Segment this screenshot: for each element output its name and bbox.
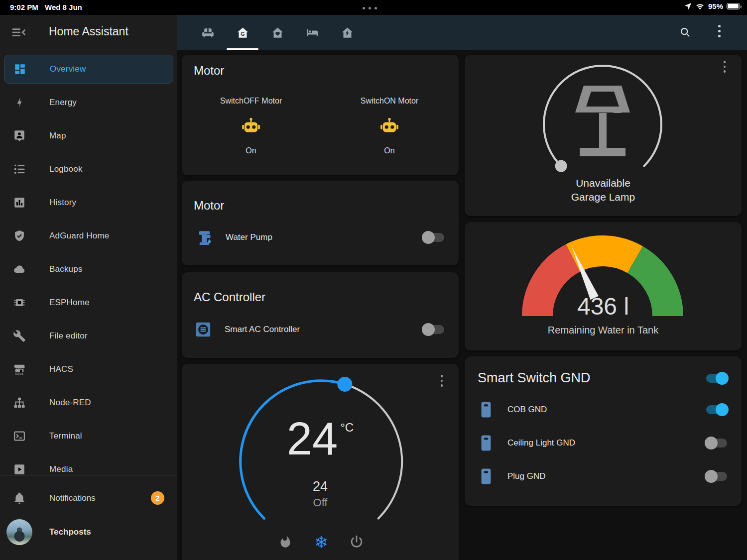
ac-toggle[interactable]	[422, 323, 446, 336]
card-title: Motor	[194, 64, 224, 78]
bell-icon	[13, 492, 26, 505]
entity-switchon-motor[interactable]: SwitchON Motor On	[320, 97, 459, 155]
target-temperature: 24	[182, 479, 459, 494]
account-location-icon	[13, 129, 26, 142]
battery-icon	[727, 3, 740, 9]
robot-icon[interactable]	[241, 116, 261, 137]
clock-time: 9:02 PM	[10, 3, 38, 11]
entity-cob-gnd: COB GND	[465, 393, 742, 426]
tab-living-room[interactable]	[190, 15, 225, 50]
sidebar-item-nodered[interactable]: Node-RED	[4, 388, 173, 417]
lightning-bolt-icon	[13, 96, 26, 109]
sidebar: Home Assistant Overview Energy Map Logbo…	[0, 15, 177, 560]
ceiling-light-gnd-toggle[interactable]	[705, 437, 729, 449]
entity-name: Water Pump	[226, 232, 272, 242]
sidebar-item-notifications[interactable]: Notifications 2	[0, 484, 177, 513]
sidebar-item-logbook[interactable]: Logbook	[4, 155, 173, 184]
location-arrow-icon	[684, 2, 692, 10]
bed-icon	[306, 26, 319, 39]
gnd-master-toggle[interactable]	[705, 372, 729, 385]
svg-text:G: G	[241, 31, 245, 36]
card-motor-glance: Motor SwitchOFF Motor On SwitchON Motor …	[182, 55, 459, 175]
hvac-state: Off	[182, 496, 459, 509]
switch-module-icon[interactable]	[478, 434, 495, 452]
search-icon[interactable]	[679, 26, 692, 39]
menu-open-icon[interactable]	[11, 24, 27, 40]
cob-gnd-toggle[interactable]	[705, 403, 729, 416]
battery-percent: 95%	[708, 2, 723, 10]
card-garage-lamp: Unavailable Garage Lamp	[465, 55, 742, 216]
dashboard-view: Motor SwitchOFF Motor On SwitchON Motor …	[177, 50, 747, 560]
dial-handle[interactable]	[555, 160, 567, 172]
lamp-state: Unavailable	[465, 177, 742, 189]
plug-gnd-toggle[interactable]	[705, 470, 729, 483]
sidebar-item-overview[interactable]: Overview	[4, 55, 173, 84]
tab-master-bedroom[interactable]	[260, 15, 295, 50]
storefront-icon: HACS	[13, 363, 26, 376]
water-pump-toggle[interactable]	[422, 231, 446, 244]
media-box-icon	[13, 463, 26, 475]
clock-date: Wed 8 Jun	[45, 3, 82, 11]
dial-handle[interactable]	[337, 377, 352, 392]
tab-bedroom[interactable]	[295, 15, 330, 50]
list-icon	[13, 163, 26, 176]
cloud-icon	[13, 263, 26, 276]
switch-module-icon[interactable]	[478, 401, 495, 419]
sidebar-item-map[interactable]: Map	[4, 121, 173, 150]
temperature-unit: °C	[340, 421, 354, 434]
sidebar-item-backups[interactable]: Backups	[4, 255, 173, 284]
wrench-icon	[13, 330, 26, 342]
robot-icon[interactable]	[379, 116, 400, 137]
entity-ceiling-light-gnd: Ceiling Light GND	[465, 426, 742, 459]
card-ac-controller: AC Controller Smart AC Controller	[182, 272, 459, 358]
ios-status-bar: 9:02 PM Wed 8 Jun 95%	[0, 0, 747, 15]
lamp-name: Garage Lamp	[465, 191, 742, 203]
chart-box-icon	[13, 196, 26, 209]
entity-plug-gnd: Plug GND	[465, 459, 742, 493]
view-dashboard-icon	[13, 63, 26, 76]
svg-text:HACS: HACS	[15, 372, 23, 375]
cool-mode-icon[interactable]: ❄	[313, 534, 330, 551]
multitasking-dots-icon[interactable]	[363, 7, 377, 9]
water-pump-icon[interactable]	[195, 228, 213, 246]
sidebar-item-file-editor[interactable]: File editor	[4, 322, 173, 350]
sitemap-icon	[13, 396, 26, 409]
air-conditioner-icon[interactable]	[195, 321, 212, 338]
sidebar-item-adguard[interactable]: AdGuard Home	[4, 222, 173, 250]
notification-badge: 2	[151, 491, 164, 505]
heat-mode-icon[interactable]	[277, 534, 294, 551]
sidebar-item-profile[interactable]: Techposts	[0, 517, 177, 548]
switch-module-icon[interactable]	[478, 467, 495, 485]
sidebar-item-hacs[interactable]: HACS HACS	[4, 355, 173, 384]
gauge-label: Remaining Water in Tank	[465, 325, 742, 336]
sidebar-header: Home Assistant	[0, 15, 177, 50]
sidebar-item-esphome[interactable]: ESPHome	[4, 288, 173, 317]
off-mode-icon[interactable]	[348, 534, 365, 551]
shield-check-icon	[13, 229, 26, 242]
floor-lamp-icon	[575, 86, 630, 156]
sidebar-item-energy[interactable]: Energy	[4, 88, 173, 117]
entity-name: Smart AC Controller	[225, 325, 300, 335]
sidebar-item-history[interactable]: History	[4, 188, 173, 217]
console-icon	[13, 430, 26, 443]
gauge-value: 436 l	[465, 293, 742, 320]
avatar	[6, 519, 32, 545]
home-lightning-icon	[341, 26, 354, 39]
tab-energy-home[interactable]	[330, 15, 365, 50]
card-motor: Motor Water Pump	[182, 181, 459, 265]
sidebar-item-media[interactable]: Media	[4, 455, 173, 475]
sidebar-item-terminal[interactable]: Terminal	[4, 422, 173, 450]
card-title: Smart Switch GND	[478, 370, 591, 386]
app-header: G	[177, 15, 747, 50]
card-thermostat: 24°C 24 Off ❄	[182, 364, 459, 560]
app-title: Home Assistant	[49, 25, 128, 38]
wifi-icon	[695, 2, 705, 10]
card-water-gauge: 436 l Remaining Water in Tank	[465, 222, 742, 350]
tab-ground-floor[interactable]: G	[225, 15, 260, 50]
home-heart-icon	[271, 26, 284, 39]
overflow-menu-icon[interactable]	[716, 25, 722, 37]
sidebar-menu: Overview Energy Map Logbook History AdGu…	[0, 55, 177, 475]
entity-switchoff-motor[interactable]: SwitchOFF Motor On	[182, 97, 320, 155]
home-floor-g-icon: G	[236, 26, 249, 39]
card-smart-switch-gnd: Smart Switch GND COB GND Ceiling Light G…	[465, 356, 742, 506]
